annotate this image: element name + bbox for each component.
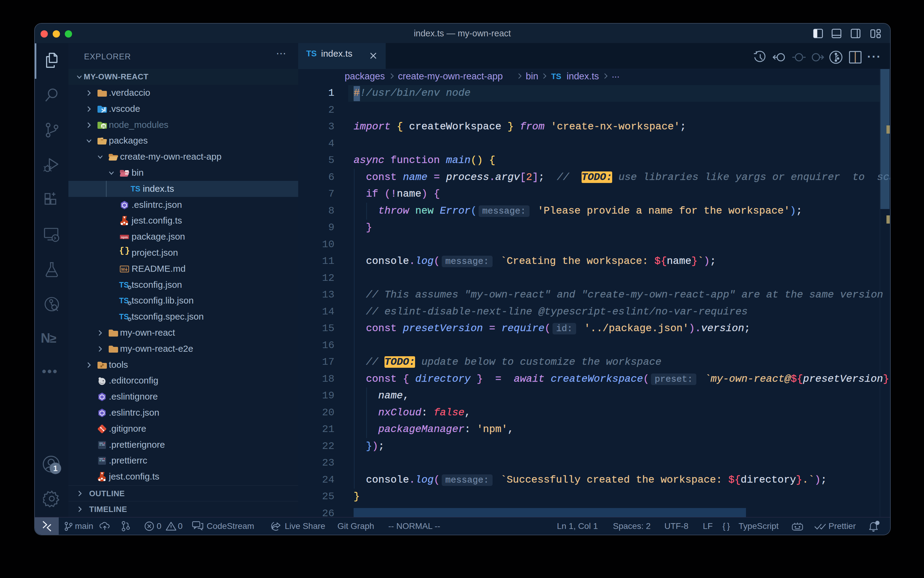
svg-text:JS: JS bbox=[102, 125, 105, 128]
svg-text:1: 1 bbox=[53, 464, 57, 473]
svg-text:npm: npm bbox=[121, 235, 128, 239]
svg-text:01: 01 bbox=[125, 172, 128, 174]
svg-text:M: M bbox=[121, 267, 125, 272]
